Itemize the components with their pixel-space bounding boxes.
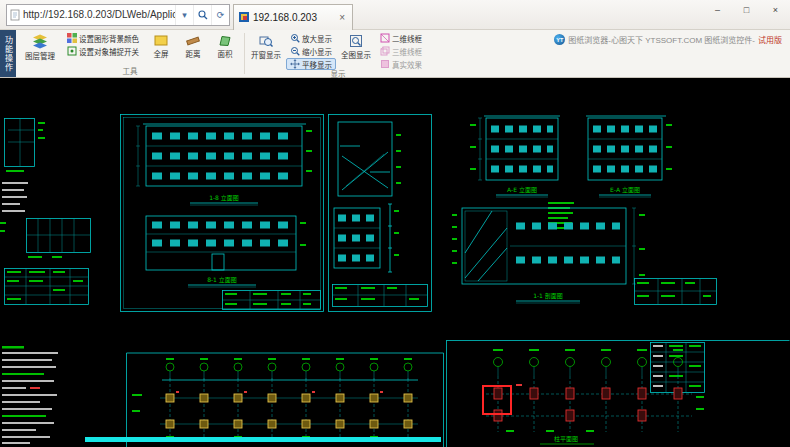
cad-canvas[interactable]: 1-8 立面图 8-1 立面图 (0, 78, 790, 447)
trial-badge: 试用版 (758, 34, 782, 45)
brand-text: 图纸浏览器-心图天下 YTSSOFT.COM 图纸浏览控件- (568, 34, 755, 45)
address-bar[interactable]: http://192.168.0.203/DLWeb/Application/Y… (6, 4, 230, 26)
wireframe-2d-icon (380, 33, 390, 43)
column-plan-title: 柱平面图 (554, 435, 578, 443)
wireframe-2d-label: 二维线框 (392, 33, 422, 44)
set-osnap-button[interactable]: 设置对象捕捉开关 (63, 45, 143, 57)
realistic-icon (380, 59, 390, 69)
ribbon-group-tools: 图层管理 设置图形背景颜色 设置对象捕捉开关 (16, 30, 244, 77)
zoom-out-button[interactable]: 缩小显示 (286, 45, 336, 57)
search-icon[interactable] (193, 5, 211, 25)
drawing-panel-elevations: 1-8 立面图 8-1 立面图 (120, 114, 324, 312)
fullscreen-label: 全屏 (154, 48, 169, 59)
address-dropdown-icon[interactable]: ▾ (175, 5, 193, 25)
elevation-b-title: E-A 立面图 (610, 186, 640, 194)
drawing-panel-stair-section (328, 114, 432, 312)
snap-icon (67, 46, 77, 56)
set-bg-color-label: 设置图形背景颜色 (79, 33, 139, 44)
pan-button[interactable]: 平移显示 (286, 58, 336, 70)
canvas-bottom-line (85, 437, 441, 442)
ribbon-group-display: 开窗显示 放大显示 (245, 30, 431, 77)
drawing-column-reinforcement-plan: 柱平面图 (446, 336, 790, 447)
tab-title: 192.168.0.203 (253, 12, 337, 23)
zoom-extents-label: 全图显示 (341, 49, 371, 60)
close-button[interactable]: × (761, 0, 790, 19)
realistic-button[interactable]: 真实效果 (376, 58, 426, 70)
section-title: 1-1 剖面图 (533, 292, 563, 300)
refresh-icon[interactable]: ⟳ (211, 5, 229, 25)
layer-manager-button[interactable]: 图层管理 (21, 32, 59, 61)
zoom-in-button[interactable]: 放大显示 (286, 32, 336, 44)
palette-icon (67, 33, 77, 43)
area-label: 面积 (218, 48, 233, 59)
layer-manager-label: 图层管理 (25, 50, 55, 61)
ribbon-app-tab[interactable]: 功能操作 (0, 30, 16, 77)
area-button[interactable]: 面积 (211, 32, 239, 59)
yt-logo-icon: YT (554, 34, 565, 45)
set-bg-color-button[interactable]: 设置图形背景颜色 (63, 32, 143, 44)
elevation-a-title: A-E 立面图 (507, 186, 537, 194)
window-zoom-label: 开窗显示 (251, 49, 281, 60)
tab-favicon (239, 12, 249, 22)
maximize-button[interactable]: □ (732, 0, 761, 19)
elevation-1-title: 1-8 立面图 (209, 194, 239, 202)
browser-titlebar: http://192.168.0.203/DLWeb/Application/Y… (0, 0, 790, 30)
pan-icon (290, 59, 300, 69)
window-controls: – □ × (703, 0, 790, 19)
browser-tab[interactable]: 192.168.0.203 × (233, 4, 353, 30)
tools-group-label: 工具 (21, 67, 239, 76)
layers-icon (32, 34, 48, 49)
zoom-in-label: 放大显示 (302, 33, 332, 44)
wireframe-3d-button[interactable]: 三维线框 (376, 45, 426, 57)
realistic-label: 真实效果 (392, 59, 422, 70)
wireframe-3d-icon (380, 46, 390, 56)
drawing-column-floor-plan (126, 350, 444, 447)
pan-label: 平移显示 (302, 59, 332, 70)
zoom-extents-icon (349, 34, 363, 48)
zoom-in-icon (290, 33, 300, 43)
distance-button[interactable]: 距离 (179, 32, 207, 59)
area-icon (218, 34, 232, 47)
ruler-icon (186, 34, 200, 47)
browser-window: http://192.168.0.203/DLWeb/Application/Y… (0, 0, 790, 447)
set-osnap-label: 设置对象捕捉开关 (79, 46, 139, 57)
minimize-button[interactable]: – (703, 0, 732, 19)
tab-close-icon[interactable]: × (337, 12, 347, 23)
wireframe-3d-label: 三维线框 (392, 46, 422, 57)
drawing-right-cluster: A-E 立面图 E-A 立面图 (452, 110, 722, 312)
fullscreen-icon (154, 34, 168, 47)
zoom-out-icon (290, 46, 300, 56)
zoom-extents-button[interactable]: 全图显示 (340, 32, 372, 60)
wireframe-2d-button[interactable]: 二维线框 (376, 32, 426, 44)
page-icon (10, 9, 20, 21)
ribbon-toolbar: 功能操作 图层管理 (0, 30, 790, 78)
drawing-notes-text (0, 346, 86, 447)
zoom-window-icon (259, 34, 273, 48)
window-zoom-button[interactable]: 开窗显示 (250, 32, 282, 60)
zoom-out-label: 缩小显示 (302, 46, 332, 57)
elevation-2-title: 8-1 立面图 (207, 276, 237, 284)
url-text[interactable]: http://192.168.0.203/DLWeb/Application/Y… (23, 9, 175, 20)
drawing-left-partial (0, 112, 116, 312)
distance-label: 距离 (186, 48, 201, 59)
fullscreen-button[interactable]: 全屏 (147, 32, 175, 59)
brand-area: YT 图纸浏览器-心图天下 YTSSOFT.COM 图纸浏览控件- 试用版 (554, 34, 790, 45)
